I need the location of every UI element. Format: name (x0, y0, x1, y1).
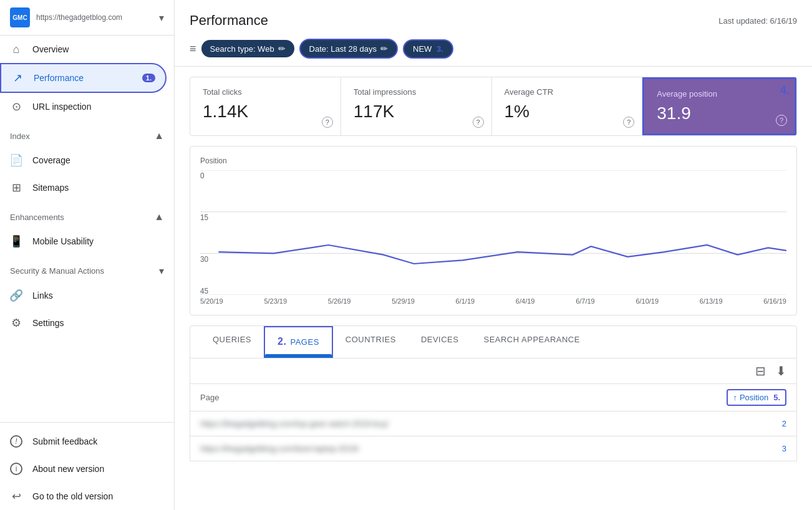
metric-average-ctr: Average CTR 1% ? (492, 77, 643, 135)
logo-chevron-icon[interactable]: ▾ (159, 12, 164, 24)
settings-icon: ⚙ (10, 317, 22, 329)
total-impressions-help-icon[interactable]: ? (473, 117, 484, 128)
sidebar-item-submit-feedback[interactable]: ! Submit feedback (0, 428, 167, 455)
security-chevron-icon[interactable]: ▾ (159, 265, 164, 277)
x-label-0: 5/20/19 (200, 297, 223, 305)
tab-pages[interactable]: 2. PAGES (264, 326, 333, 358)
submit-feedback-label: Submit feedback (32, 436, 157, 446)
sidebar-item-coverage[interactable]: 📄 Coverage (0, 147, 167, 174)
sidebar-item-go-to-old-version[interactable]: ↩ Go to the old version (0, 483, 167, 510)
tab-queries-label: QUERIES (213, 335, 251, 344)
x-label-3: 5/29/19 (392, 297, 415, 305)
old-version-icon: ↩ (10, 490, 22, 503)
chart-svg: 0 15 30 45 (200, 170, 786, 295)
col-page-header: Page (200, 393, 727, 402)
sidebar: GMC https://thegadgetblog.com ▾ ⌂ Overvi… (0, 0, 175, 510)
chart-y-label: Position (200, 156, 786, 165)
enhancements-chevron-icon[interactable]: ▲ (154, 211, 164, 223)
tab-devices[interactable]: DEVICES (408, 326, 471, 358)
search-type-chip[interactable]: Search type: Web ✏ (201, 40, 294, 57)
filter-icon[interactable]: ≡ (190, 42, 196, 55)
svg-text:15: 15 (200, 213, 208, 222)
average-ctr-label: Average CTR (505, 87, 630, 97)
section-enhancements-label: Enhancements (10, 213, 64, 222)
filter-bar: ≡ Search type: Web ✏ Date: Last 28 days … (175, 34, 812, 67)
coverage-icon: 📄 (10, 154, 22, 166)
table-row[interactable]: https://thegadgetblog.com/top-gear-watch… (190, 411, 797, 436)
col-position-label: Position (740, 393, 768, 402)
average-position-value: 31.9 (657, 103, 782, 123)
index-chevron-icon[interactable]: ▲ (154, 130, 164, 142)
sitemaps-icon: ⊞ (10, 181, 22, 194)
page-title: Performance (190, 12, 268, 29)
new-badge[interactable]: NEW 3. (403, 39, 453, 59)
average-position-help-icon[interactable]: ? (776, 115, 787, 126)
average-position-label: Average position (657, 89, 782, 99)
table-row[interactable]: https://thegadgetblog.com/best-laptop-20… (190, 436, 797, 461)
tab-countries[interactable]: COUNTRIES (333, 326, 408, 358)
performance-badge: 1. (142, 74, 155, 82)
sidebar-item-performance-label: Performance (34, 73, 132, 83)
tab-search-appearance[interactable]: SEARCH APPEARANCE (471, 326, 592, 358)
table-download-icon[interactable]: ⬇ (776, 363, 786, 378)
new-badge-number: 3. (437, 44, 443, 54)
sidebar-item-overview-label: Overview (32, 44, 157, 54)
row-1-position: 2 (737, 419, 786, 428)
metric-total-impressions: Total impressions 117K ? (341, 77, 492, 135)
average-ctr-value: 1% (505, 102, 630, 122)
sidebar-footer: ! Submit feedback i About new version ↩ … (0, 422, 174, 510)
sidebar-logo: GMC https://thegadgetblog.com ▾ (0, 0, 174, 36)
avg-position-badge: 4. (780, 84, 790, 97)
pages-tab-badge: 2. (278, 336, 286, 347)
sidebar-item-about-new-version[interactable]: i About new version (0, 455, 167, 483)
sidebar-item-sitemaps[interactable]: ⊞ Sitemaps (0, 174, 167, 201)
section-security: Security & Manual Actions ▾ (0, 255, 174, 282)
sidebar-item-url-inspection[interactable]: ⊙ URL inspection (0, 93, 167, 120)
position-up-arrow-icon: ↑ (733, 393, 737, 402)
tab-search-appearance-label: SEARCH APPEARANCE (483, 335, 579, 344)
search-type-edit-icon: ✏ (278, 44, 286, 54)
sidebar-item-mobile-usability[interactable]: 📱 Mobile Usability (0, 228, 167, 255)
position-line (218, 245, 786, 264)
section-index-label: Index (10, 132, 30, 141)
chart-area: 0 15 30 45 (200, 170, 786, 295)
total-clicks-value: 1.14K (203, 102, 328, 122)
home-icon: ⌂ (10, 43, 22, 55)
svg-text:30: 30 (200, 254, 208, 264)
x-label-8: 6/13/19 (700, 297, 723, 305)
logo-url: https://thegadgetblog.com (36, 13, 153, 22)
x-label-1: 5/23/19 (264, 297, 287, 305)
date-chip[interactable]: Date: Last 28 days ✏ (299, 39, 398, 59)
section-security-label: Security & Manual Actions (10, 266, 104, 276)
svg-text:45: 45 (200, 286, 208, 295)
main-header: Performance Last updated: 6/16/19 (175, 0, 812, 34)
col-position-header[interactable]: ↑ Position 5. (727, 389, 786, 406)
about-new-version-label: About new version (32, 464, 157, 474)
svg-text:0: 0 (200, 171, 205, 181)
sidebar-item-mobile-usability-label: Mobile Usability (32, 236, 157, 246)
sidebar-item-performance[interactable]: ↗ Performance 1. (0, 63, 167, 93)
feedback-icon: ! (10, 435, 22, 448)
main-nav: ⌂ Overview ↗ Performance 1. ⊙ URL inspec… (0, 36, 174, 120)
tab-countries-label: COUNTRIES (346, 335, 396, 344)
tab-queries[interactable]: QUERIES (200, 326, 264, 358)
metric-total-clicks: Total clicks 1.14K ? (190, 77, 341, 135)
mobile-icon: 📱 (10, 235, 22, 248)
sidebar-item-links-label: Links (32, 291, 157, 301)
sidebar-item-links[interactable]: 🔗 Links (0, 282, 167, 309)
sidebar-item-settings-label: Settings (32, 318, 157, 328)
metric-average-position: Average position 31.9 ? 4. (642, 77, 796, 135)
chart-section: Position 0 15 30 45 5/20/19 5/23/19 5/26… (190, 146, 797, 315)
sidebar-item-settings[interactable]: ⚙ Settings (0, 309, 167, 337)
logo-icon: GMC (10, 7, 30, 27)
sidebar-item-coverage-label: Coverage (32, 155, 157, 165)
total-clicks-help-icon[interactable]: ? (322, 117, 333, 128)
x-label-4: 6/1/19 (456, 297, 475, 305)
x-label-9: 6/16/19 (763, 297, 786, 305)
table-filter-icon[interactable]: ⊟ (755, 363, 766, 378)
average-ctr-help-icon[interactable]: ? (623, 117, 634, 128)
search-icon: ⊙ (10, 100, 22, 113)
x-label-7: 6/10/19 (636, 297, 659, 305)
new-label: NEW (413, 44, 432, 54)
sidebar-item-overview[interactable]: ⌂ Overview (0, 36, 167, 63)
